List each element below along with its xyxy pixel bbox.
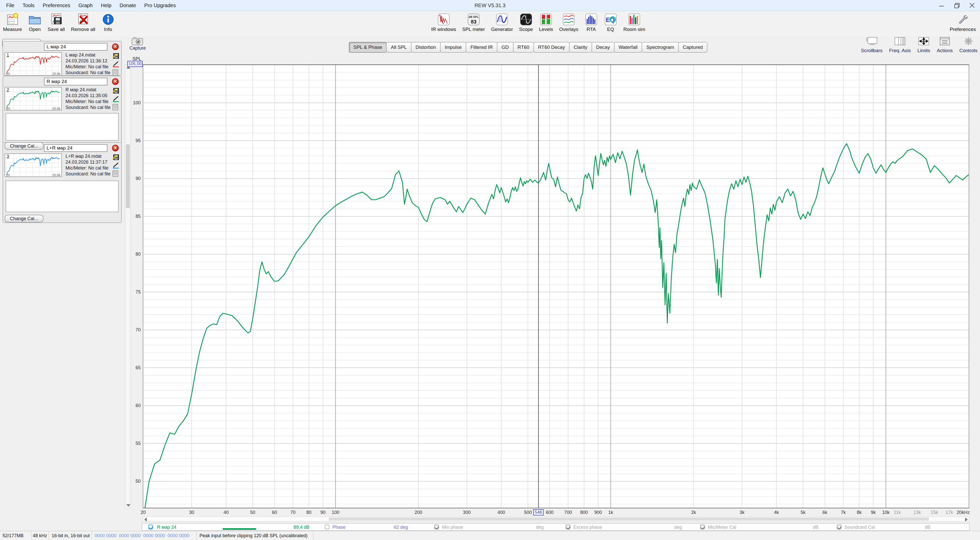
scope-button[interactable]: Scope	[519, 13, 533, 32]
min-phase-checkbox[interactable]	[434, 525, 439, 530]
notes-icon[interactable]	[113, 68, 119, 74]
tab-rt60-decay[interactable]: RT60 Decay	[533, 42, 570, 53]
delete-measurement-button[interactable]: ✕	[112, 78, 119, 85]
save-measurement-icon[interactable]	[113, 52, 119, 58]
save-measurement-icon[interactable]	[113, 153, 119, 159]
phase-checkbox[interactable]	[325, 525, 329, 530]
measurement-notes-area[interactable]	[6, 113, 119, 141]
trace-color-pencil-icon[interactable]	[113, 161, 119, 167]
levels-button[interactable]: 0369Levels	[539, 13, 553, 32]
eq-button[interactable]: EQEQ	[604, 13, 617, 32]
trace-color-pencil-icon[interactable]	[113, 60, 119, 66]
spl-chart-plot-area[interactable]	[143, 64, 969, 508]
actions-button[interactable]: Actions	[937, 37, 953, 54]
mic-cal-checkbox[interactable]	[700, 525, 705, 530]
delete-measurement-button[interactable]: ✕	[112, 43, 119, 50]
minimize-button[interactable]	[934, 0, 949, 11]
measurement-notes-area[interactable]	[6, 181, 119, 212]
tab-distortion[interactable]: Distortion	[411, 42, 441, 53]
input-binary-status: 0000 0000 0000 0000 0000 0000 0000 0000	[92, 531, 197, 540]
measurement-name-input[interactable]	[44, 78, 107, 86]
tab-captured[interactable]: Captured	[678, 42, 707, 53]
open-button[interactable]: Open	[28, 13, 41, 32]
menu-file[interactable]: File	[2, 0, 18, 11]
bit-depth-status: 16-bit in, 16-bit out	[49, 531, 92, 540]
axis-top-limit-value[interactable]: 105,00	[127, 61, 143, 67]
tab-filtered-ir[interactable]: Filtered IR	[466, 42, 497, 53]
rta-button[interactable]: RTA	[585, 13, 598, 32]
menu-donate[interactable]: Donate	[116, 0, 140, 11]
maximize-button[interactable]	[949, 0, 965, 11]
menu-pro-upgrades[interactable]: Pro Upgrades	[140, 0, 180, 11]
close-button[interactable]	[965, 0, 980, 11]
tab-gd[interactable]: GD	[497, 42, 514, 53]
controls-button[interactable]: Controls	[959, 37, 977, 54]
notes-icon[interactable]	[113, 103, 119, 109]
measurement-name-input[interactable]	[44, 43, 107, 51]
trace-visibility-checkbox[interactable]	[148, 525, 153, 530]
x-tick-label: 20kHz	[957, 510, 970, 515]
info-button[interactable]: Info	[102, 13, 115, 32]
measurement-name-input[interactable]	[44, 144, 107, 152]
measurement-thumbnail[interactable]: 32020,0k	[5, 153, 62, 177]
generator-button[interactable]: Generator	[491, 13, 513, 32]
horizontal-scrollbar-thumb[interactable]	[329, 518, 929, 521]
info-icon	[102, 13, 115, 26]
capture-button[interactable]: Capture	[129, 37, 146, 51]
x-tick-label: 70	[290, 510, 295, 515]
tab-spectrogram[interactable]: Spectrogram	[642, 42, 679, 53]
menu-tools[interactable]: Tools	[18, 0, 39, 11]
ir-windows-button[interactable]: IR windows	[431, 13, 456, 32]
x-tick-label: 700	[564, 510, 572, 515]
notes-icon[interactable]	[113, 169, 119, 175]
measurement-thumbnail[interactable]: 12020,0k	[5, 52, 62, 76]
soundcard-cal-checkbox[interactable]	[837, 525, 842, 530]
ir-windows-icon	[437, 13, 450, 26]
measurement-panel-1[interactable]: ✕12020,0kL мар 24.mdat24.03.2026 11:36:1…	[3, 41, 122, 76]
x-tick-label: 11k	[894, 510, 901, 515]
tab-decay[interactable]: Decay	[592, 42, 614, 53]
room-sim-button[interactable]: Room sim	[624, 13, 646, 32]
overlays-button[interactable]: Overlays	[559, 13, 579, 32]
cursor-frequency-readout[interactable]: 546	[533, 509, 543, 515]
x-tick-label: 500	[524, 510, 532, 515]
tab-spl-phase[interactable]: SPL & Phase	[349, 42, 387, 53]
tab-waterfall[interactable]: Waterfall	[614, 42, 642, 53]
graph-toolbar: ScrollbarsFreq. AxisLimitsActionsControl…	[861, 37, 977, 54]
wrench-icon	[956, 13, 969, 26]
limits-button[interactable]: Limits	[917, 37, 930, 54]
tab-clarity[interactable]: Clarity	[569, 42, 592, 53]
measurement-thumbnail[interactable]: 22020,0k	[5, 87, 62, 110]
scrollbars-button[interactable]: Scrollbars	[861, 37, 882, 54]
delete-measurement-button[interactable]: ✕	[112, 145, 119, 151]
preferences-button[interactable]: Preferences	[950, 13, 976, 32]
sample-rate-status: 48 kHz	[32, 531, 49, 540]
measurement-panel-2[interactable]: ✕22020,0kR мар 24.mdat24.03.2026 11:35:0…	[3, 76, 122, 149]
menu-graph[interactable]: Graph	[75, 0, 97, 11]
save-all-button[interactable]: Save all	[48, 13, 65, 32]
menu-bar: FileToolsPreferencesGraphHelpDonatePro U…	[0, 0, 180, 11]
tab-impulse[interactable]: Impulse	[440, 42, 466, 53]
trace-color-pencil-icon[interactable]	[113, 95, 119, 101]
tab-rt60[interactable]: RT60	[513, 42, 534, 53]
freq-axis-button[interactable]: Freq. Axis	[889, 37, 911, 54]
scroll-right-arrow-icon[interactable]	[965, 518, 968, 522]
remove-all-button[interactable]: Remove all	[71, 13, 95, 32]
x-axis-labels: 2030405060708090100200300400500600700800…	[143, 509, 969, 515]
y-axis-labels: 10095908580757065605550	[128, 64, 142, 508]
menu-help[interactable]: Help	[97, 0, 115, 11]
excess-phase-checkbox[interactable]	[566, 525, 570, 530]
save-measurement-icon[interactable]	[113, 86, 119, 92]
change-cal-button[interactable]: Change Cal...	[5, 215, 43, 222]
scroll-left-arrow-icon[interactable]	[144, 518, 147, 522]
spl-meter-button[interactable]: dB SPL83SPL meter	[462, 13, 485, 32]
measurement-panel-3[interactable]: ✕32020,0kL+R мар 24.mdat24.03.2026 11:37…	[3, 142, 122, 223]
change-cal-button[interactable]: Change Cal...	[5, 142, 43, 150]
y-tick-label: 55	[135, 441, 141, 446]
measure-button[interactable]: Measure	[3, 13, 22, 32]
x-tick-label: 1k	[608, 510, 613, 515]
measurement-datetime: 24.03.2026 11:36:12	[65, 58, 110, 64]
menu-preferences[interactable]: Preferences	[39, 0, 75, 11]
tab-all-spl[interactable]: All SPL	[386, 42, 411, 53]
graph-horizontal-scrollbar[interactable]	[143, 516, 969, 522]
